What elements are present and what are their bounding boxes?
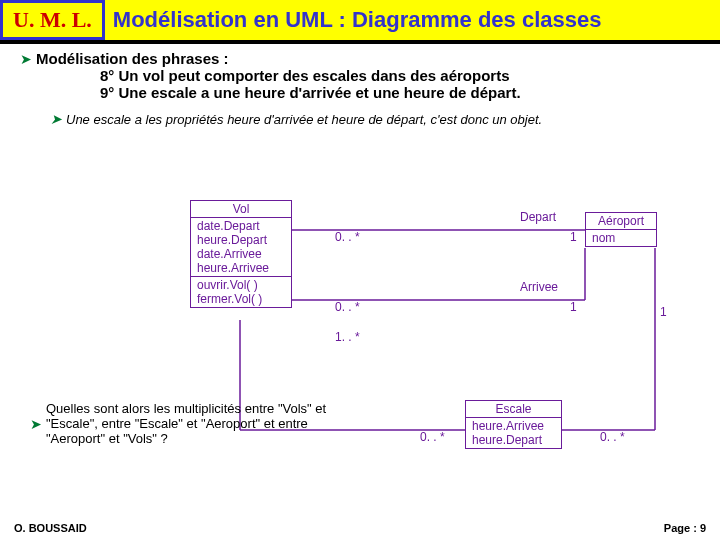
assoc-mult: 1 [570,230,577,244]
arrow-icon: ➤ [30,416,42,432]
assoc-mult: 0. . * [420,430,445,444]
arrow-icon: ➤ [50,111,62,127]
vol-attr: heure.Depart [197,233,285,247]
vol-attributes: date.Depart heure.Depart date.Arrivee he… [191,218,291,277]
aeroport-attr: nom [586,230,656,246]
escale-attr: heure.Depart [472,433,555,447]
vol-op: ouvrir.Vol( ) [197,278,285,292]
uml-class-vol: Vol date.Depart heure.Depart date.Arrive… [190,200,292,308]
assoc-mult: 0. . * [335,230,360,244]
escale-attrs: heure.Arrivee heure.Depart [466,418,561,448]
assoc-mult: 0. . * [335,300,360,314]
aeroport-name: Aéroport [586,213,656,230]
section-heading-row: ➤ Modélisation des phrases : [20,50,700,67]
note-text: Une escale a les propriétés heure d'arri… [66,112,542,127]
vol-attr: date.Arrivee [197,247,285,261]
footer-page: Page : 9 [664,522,706,534]
escale-attr: heure.Arrivee [472,419,555,433]
vol-name: Vol [191,201,291,218]
vol-op: fermer.Vol( ) [197,292,285,306]
vol-attr: date.Depart [197,219,285,233]
phrase-9: 9° Une escale a une heure d'arrivée et u… [100,84,700,101]
question-text: Quelles sont alors les multiplicités ent… [46,401,340,446]
assoc-depart-label: Depart [520,210,556,224]
assoc-mult: 1 [570,300,577,314]
vol-attr: heure.Arrivee [197,261,285,275]
logo-box: U. M. L. [0,0,105,40]
uml-diagram: Vol date.Depart heure.Depart date.Arrive… [0,190,720,470]
page-header: U. M. L. Modélisation en UML : Diagramme… [0,0,720,44]
assoc-mult: 1. . * [335,330,360,344]
escale-name: Escale [466,401,561,418]
question-block: ➤ Quelles sont alors les multiplicités e… [30,401,340,446]
main-content: ➤ Modélisation des phrases : 8° Un vol p… [0,44,720,127]
assoc-arrivee-label: Arrivee [520,280,558,294]
assoc-mult: 0. . * [600,430,625,444]
page-title: Modélisation en UML : Diagramme des clas… [105,0,720,40]
uml-class-escale: Escale heure.Arrivee heure.Depart [465,400,562,449]
arrow-icon: ➤ [20,51,32,67]
section-heading: Modélisation des phrases : [36,50,229,67]
vol-operations: ouvrir.Vol( ) fermer.Vol( ) [191,277,291,307]
page-footer: O. BOUSSAID Page : 9 [14,522,706,534]
note-row: ➤ Une escale a les propriétés heure d'ar… [50,111,700,127]
assoc-mult: 1 [660,305,667,319]
uml-class-aeroport: Aéroport nom [585,212,657,247]
footer-author: O. BOUSSAID [14,522,87,534]
phrase-8: 8° Un vol peut comporter des escales dan… [100,67,700,84]
